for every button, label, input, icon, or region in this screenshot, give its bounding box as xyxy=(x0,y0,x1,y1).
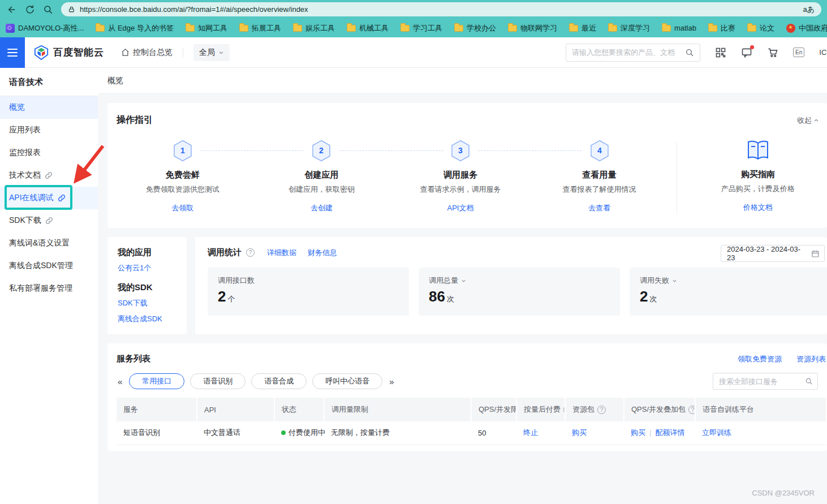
tab-common-apis[interactable]: 常用接口 xyxy=(129,373,184,389)
qr-code-icon[interactable] xyxy=(715,47,726,58)
step-action-link[interactable]: 去创建 xyxy=(252,203,391,213)
folder-icon xyxy=(708,25,717,32)
topnav-search-input[interactable] xyxy=(572,48,680,57)
icp-link[interactable]: ICP xyxy=(819,48,827,57)
bookmark-folder[interactable]: 拓展工具 xyxy=(239,23,281,33)
step-action-link[interactable]: API文档 xyxy=(391,203,530,213)
detailed-data-link[interactable]: 详细数据 xyxy=(267,248,296,258)
hamburger-menu-button[interactable] xyxy=(0,37,25,68)
finance-info-link[interactable]: 财务信息 xyxy=(308,248,337,258)
topnav-search[interactable] xyxy=(566,44,700,62)
sidebar-item-api-debug[interactable]: API在线调试 xyxy=(0,187,98,209)
stat-value: 2 xyxy=(640,288,648,305)
tab-call-center-speech[interactable]: 呼叫中心语音 xyxy=(312,373,382,389)
sidebar-item-monitor-report[interactable]: 监控报表 xyxy=(0,141,98,164)
bookmark-favicon xyxy=(6,24,15,33)
sidebar-item-private-deploy[interactable]: 私有部署服务管理 xyxy=(0,277,98,300)
service-search[interactable] xyxy=(713,373,818,390)
step-action-link[interactable]: 去查看 xyxy=(530,203,669,213)
search-icon[interactable] xyxy=(805,377,813,385)
search-icon[interactable] xyxy=(43,5,53,15)
sidebar-item-label: 离线词&语义设置 xyxy=(9,238,70,248)
svg-text:3: 3 xyxy=(458,146,463,155)
buy-guide-title: 购买指南 xyxy=(688,169,827,180)
search-icon[interactable] xyxy=(685,48,694,57)
bookmark-item[interactable]: 中国政府网_中央人... xyxy=(786,23,827,33)
bookmark-folder[interactable]: 知网工具 xyxy=(186,23,227,33)
stat-api-count: 调用接口数 2个 xyxy=(208,268,409,316)
step-action-link[interactable]: 去领取 xyxy=(113,203,252,213)
cell-postpaid: 终止 xyxy=(516,421,565,445)
bookmark-folder[interactable]: 学校办公 xyxy=(454,23,496,33)
translate-icon[interactable]: aあ xyxy=(803,5,815,15)
price-doc-link[interactable]: 价格文档 xyxy=(688,203,827,213)
bookmark-folder[interactable]: 比赛 xyxy=(708,23,735,33)
lock-icon xyxy=(68,6,75,13)
bookmark-folder[interactable]: 论文 xyxy=(747,23,774,33)
url-bar[interactable]: https://console.bce.baidu.com/ai/?fromai… xyxy=(61,2,821,16)
bookmark-folder[interactable]: 深度学习 xyxy=(608,23,650,33)
back-icon[interactable] xyxy=(7,5,17,15)
brand-logo[interactable]: 百度智能云 xyxy=(34,45,104,60)
sidebar-item-offline-semantic[interactable]: 离线词&语义设置 xyxy=(0,232,98,255)
date-range-picker[interactable]: 2024-03-23 - 2024-03-23 xyxy=(721,245,825,262)
chevron-down-icon xyxy=(218,50,224,55)
scope-selector[interactable]: 全局 xyxy=(193,44,230,61)
sidebar-title: 语音技术 xyxy=(0,68,98,96)
offline-sdk-link[interactable]: 离线合成SDK xyxy=(118,314,187,324)
tab-speech-synthesis[interactable]: 语音合成 xyxy=(251,373,307,389)
status-text: 付费使用中 xyxy=(288,428,325,437)
console-overview-link[interactable]: 控制台总览 xyxy=(121,48,173,58)
sidebar-item-tech-docs[interactable]: 技术文档 xyxy=(0,164,98,187)
help-icon[interactable]: ? xyxy=(688,406,695,414)
guide-steps: 1 免费尝鲜 免费领取资源供您测试 去领取 2 创建应用 创建应用，获取密钥 去… xyxy=(107,140,827,214)
bookmark-folder[interactable]: 机械工具 xyxy=(347,23,389,33)
cart-icon[interactable] xyxy=(767,47,778,58)
bookmark-folder[interactable]: 学习工具 xyxy=(400,23,442,33)
sdk-download-link[interactable]: SDK下载 xyxy=(118,298,187,308)
quota-detail-link[interactable]: 配额详情 xyxy=(655,428,684,437)
sidebar-item-overview[interactable]: 概览 xyxy=(0,96,98,119)
stat-value: 2 xyxy=(218,288,226,305)
service-search-input[interactable] xyxy=(719,377,802,386)
watermark: CSDN @2345VOR xyxy=(752,489,815,497)
free-resources-link[interactable]: 领取免费资源 xyxy=(738,354,782,364)
sidebar-item-offline-sdk-mgmt[interactable]: 离线合成SDK管理 xyxy=(0,255,98,277)
url-text[interactable]: https://console.bce.baidu.com/ai/?fromai… xyxy=(80,5,798,14)
sidebar-item-sdk-download[interactable]: SDK下载 xyxy=(0,209,98,232)
tab-speech-recognition[interactable]: 语音识别 xyxy=(190,373,245,389)
terminate-link[interactable]: 终止 xyxy=(523,428,538,437)
buy-package-link[interactable]: 购买 xyxy=(572,428,587,437)
bookmark-folder[interactable]: matlab xyxy=(662,24,696,32)
train-now-link[interactable]: 立即训练 xyxy=(702,428,731,437)
tabs-prev-icon[interactable]: « xyxy=(117,377,123,386)
sidebar-item-label: 离线合成SDK管理 xyxy=(9,261,73,271)
resource-list-link[interactable]: 资源列表 xyxy=(796,354,826,364)
bookmark-item[interactable]: DAMOYOLO-高性... xyxy=(6,23,84,33)
bookmark-folder[interactable]: 最近 xyxy=(569,23,596,33)
sidebar-item-app-list[interactable]: 应用列表 xyxy=(0,119,98,141)
bookmark-label: 从 Edge 导入的书签 xyxy=(108,23,174,33)
messages-icon[interactable] xyxy=(741,47,752,58)
help-icon[interactable]: ? xyxy=(597,406,606,414)
bookmark-folder[interactable]: 从 Edge 导入的书签 xyxy=(96,23,174,33)
buy-guide: 购买指南 产品购买，计费及价格 价格文档 xyxy=(688,140,827,214)
baidu-cloud-logo-icon xyxy=(34,45,49,60)
bookmark-folder[interactable]: 物联网学习 xyxy=(508,23,557,33)
collapse-toggle[interactable]: 收起 xyxy=(797,115,819,126)
external-link-icon xyxy=(45,171,53,179)
chevron-down-icon[interactable] xyxy=(672,278,677,283)
chevron-down-icon[interactable] xyxy=(461,278,466,283)
bookmark-label: 比赛 xyxy=(721,23,735,33)
stat-value: 86 xyxy=(429,288,445,305)
guide-step-2: 2 创建应用 创建应用，获取密钥 去创建 xyxy=(252,140,391,214)
bookmark-label: 拓展工具 xyxy=(252,23,281,33)
public-cloud-apps-link[interactable]: 公有云1个 xyxy=(118,263,187,273)
date-range-value: 2024-03-23 - 2024-03-23 xyxy=(727,245,807,262)
tabs-next-icon[interactable]: » xyxy=(388,377,395,386)
bookmark-folder[interactable]: 娱乐工具 xyxy=(293,23,335,33)
reload-icon[interactable] xyxy=(25,5,35,15)
language-toggle[interactable]: En xyxy=(793,48,804,57)
help-icon[interactable]: ? xyxy=(246,248,255,257)
buy-addon-link[interactable]: 购买 xyxy=(631,428,645,437)
